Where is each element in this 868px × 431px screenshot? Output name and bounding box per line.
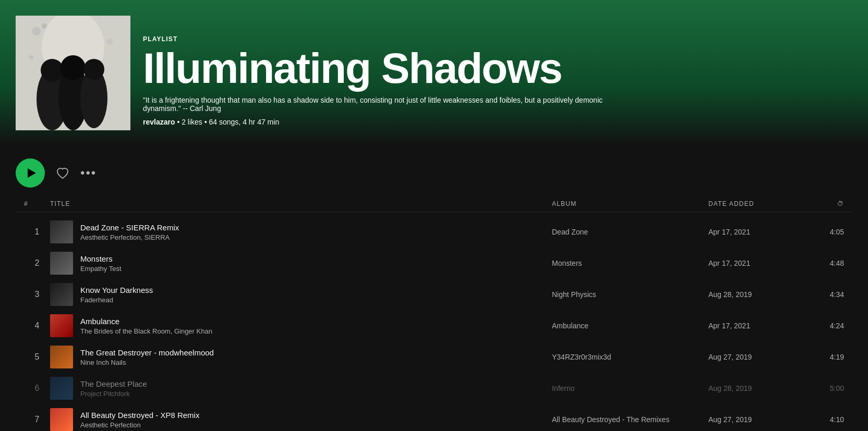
track-text: Monsters Empathy Test (80, 254, 122, 273)
track-text: All Beauty Destroyed - XP8 Remix Aesthet… (80, 411, 199, 429)
track-number: 7 (24, 415, 50, 424)
track-row[interactable]: 7 All Beauty Destroyed - XP8 Remix Aesth… (16, 404, 852, 431)
track-text: Dead Zone - SIERRA Remix Aesthetic Perfe… (80, 223, 179, 241)
col-album: ALBUM (552, 200, 708, 207)
track-row[interactable]: 2 Monsters Empathy Test Monsters Apr 17,… (16, 248, 852, 279)
track-artist: Faderhead (80, 296, 153, 304)
track-artist: The Brides of the Black Room, Ginger Kha… (80, 327, 212, 335)
playlist-description: "It is a frightening thought that man al… (143, 96, 612, 113)
track-text: Ambulance The Brides of the Black Room, … (80, 317, 212, 335)
track-thumbnail (50, 314, 73, 337)
playlist-title: Illuminating Shadows (143, 47, 852, 90)
track-artist: Nine Inch Nails (80, 359, 214, 366)
playlist-info: PLAYLIST Illuminating Shadows "It is a f… (143, 35, 852, 130)
track-row[interactable]: 1 Dead Zone - SIERRA Remix Aesthetic Per… (16, 216, 852, 248)
track-title: The Great Destroyer - modwheelmood (80, 348, 214, 357)
track-duration: 4:05 (813, 228, 844, 236)
svg-point-5 (41, 59, 64, 82)
track-title: Dead Zone - SIERRA Remix (80, 223, 179, 232)
track-thumbnail (50, 220, 73, 243)
track-info: Dead Zone - SIERRA Remix Aesthetic Perfe… (50, 220, 552, 243)
track-number: 4 (24, 321, 50, 330)
track-row[interactable]: 5 The Great Destroyer - modwheelmood Nin… (16, 341, 852, 373)
track-duration: 4:48 (813, 259, 844, 267)
track-duration: 4:10 (813, 415, 844, 424)
playlist-separator1: • (177, 118, 182, 126)
track-date-added: Apr 17, 2021 (708, 228, 813, 236)
svg-point-6 (61, 55, 86, 80)
track-date-added: Aug 27, 2019 (708, 353, 813, 361)
track-text: Know Your Darkness Faderhead (80, 286, 153, 304)
track-title: Ambulance (80, 317, 212, 326)
track-album: All Beauty Destroyed - The Remixes (552, 415, 708, 424)
col-title: TITLE (50, 200, 552, 207)
track-title: All Beauty Destroyed - XP8 Remix (80, 411, 199, 420)
track-title: Know Your Darkness (80, 286, 153, 294)
svg-point-12 (29, 55, 33, 59)
track-thumbnail (50, 346, 73, 368)
track-artist: Aesthetic Perfection, SIERRA (80, 233, 179, 241)
playlist-cover (16, 16, 130, 130)
svg-point-10 (106, 39, 113, 45)
playlist-songs: 64 songs, 4 hr 47 min (209, 118, 280, 126)
track-title: The Deepest Place (80, 379, 147, 388)
track-album: Y34RZ3r0r3mix3d (552, 353, 708, 361)
tracks-table-header: # TITLE ALBUM DATE ADDED ⏱ (16, 196, 852, 212)
col-num: # (24, 200, 50, 207)
track-info: All Beauty Destroyed - XP8 Remix Aesthet… (50, 408, 552, 431)
col-duration: ⏱ (813, 200, 844, 207)
track-duration: 4:34 (813, 290, 844, 299)
play-button[interactable] (16, 158, 45, 188)
ellipsis-icon: ••• (80, 166, 97, 180)
track-duration: 4:24 (813, 322, 844, 330)
track-duration: 4:19 (813, 353, 844, 361)
track-date-added: Apr 17, 2021 (708, 322, 813, 330)
track-duration: 5:00 (813, 384, 844, 392)
track-date-added: Apr 17, 2021 (708, 259, 813, 267)
like-button[interactable] (55, 166, 70, 180)
track-artist: Empathy Test (80, 265, 122, 273)
track-thumbnail (50, 252, 73, 275)
tracks-section: # TITLE ALBUM DATE ADDED ⏱ 1 Dead Zone -… (0, 196, 868, 431)
track-artist: Project Pitchfork (80, 390, 147, 398)
track-date-added: Aug 28, 2019 (708, 290, 813, 299)
playlist-header: PLAYLIST Illuminating Shadows "It is a f… (0, 0, 868, 146)
track-thumbnail (50, 408, 73, 431)
track-date-added: Aug 28, 2019 (708, 384, 813, 392)
playlist-owner: revlazaro (143, 118, 175, 126)
track-row[interactable]: 6 The Deepest Place Project Pitchfork In… (16, 373, 852, 404)
svg-marker-13 (28, 168, 36, 178)
svg-point-11 (113, 32, 117, 36)
track-thumbnail (50, 283, 73, 306)
track-number: 5 (24, 352, 50, 362)
playlist-meta: revlazaro • 2 likes • 64 songs, 4 hr 47 … (143, 118, 852, 126)
track-number: 3 (24, 290, 50, 299)
track-thumbnail (50, 377, 73, 400)
track-info: Monsters Empathy Test (50, 252, 552, 275)
track-info: Know Your Darkness Faderhead (50, 283, 552, 306)
tracks-list: 1 Dead Zone - SIERRA Remix Aesthetic Per… (16, 216, 852, 431)
track-number: 1 (24, 227, 50, 237)
track-album: Monsters (552, 259, 708, 267)
track-row[interactable]: 3 Know Your Darkness Faderhead Night Phy… (16, 279, 852, 310)
track-title: Monsters (80, 254, 122, 263)
track-info: The Deepest Place Project Pitchfork (50, 377, 552, 400)
track-number: 6 (24, 384, 50, 393)
track-album: Ambulance (552, 322, 708, 330)
more-options-button[interactable]: ••• (80, 166, 97, 180)
track-info: Ambulance The Brides of the Black Room, … (50, 314, 552, 337)
track-number: 2 (24, 258, 50, 268)
svg-point-7 (83, 59, 104, 80)
track-text: The Great Destroyer - modwheelmood Nine … (80, 348, 214, 366)
col-date: DATE ADDED (708, 200, 813, 207)
track-date-added: Aug 27, 2019 (708, 415, 813, 424)
track-text: The Deepest Place Project Pitchfork (80, 379, 147, 398)
track-album: Night Physics (552, 290, 708, 299)
playlist-separator2: • (204, 118, 209, 126)
track-info: The Great Destroyer - modwheelmood Nine … (50, 346, 552, 368)
track-row[interactable]: 4 Ambulance The Brides of the Black Room… (16, 310, 852, 341)
track-album: Inferno (552, 384, 708, 392)
playlist-type-label: PLAYLIST (143, 35, 852, 43)
playlist-likes: 2 likes (182, 118, 202, 126)
controls-bar: ••• (0, 146, 868, 196)
